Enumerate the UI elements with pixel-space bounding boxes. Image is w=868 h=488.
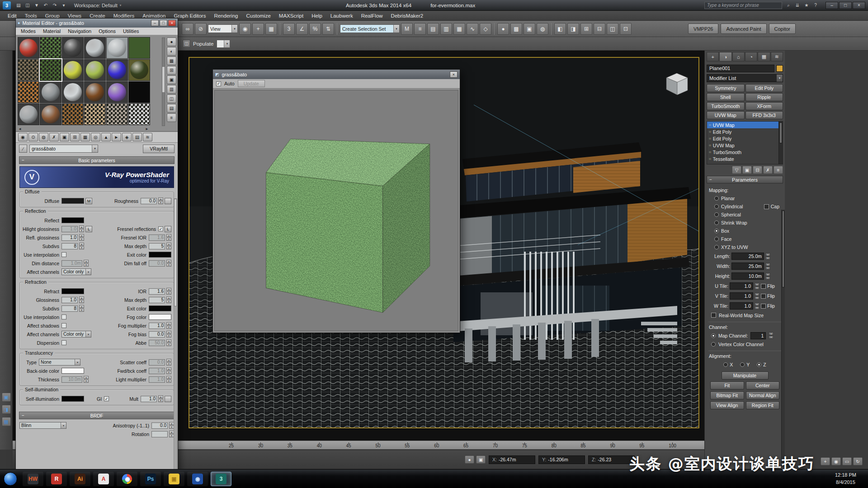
dim-distance-field[interactable]: 1.0m bbox=[61, 260, 82, 267]
spin-down-icon[interactable]: ▾ bbox=[765, 257, 770, 260]
taskbar-app-cpuz[interactable]: R bbox=[46, 472, 67, 486]
taskbar-app-explorer[interactable]: ▣ bbox=[164, 472, 184, 486]
ior-spinner[interactable]: ▴▾ bbox=[166, 288, 171, 295]
spin-down-icon[interactable]: ▾ bbox=[769, 336, 774, 339]
mirror-icon[interactable]: M bbox=[401, 23, 413, 35]
modifier-button-shell[interactable]: Shell bbox=[707, 93, 745, 101]
render-setup-icon[interactable]: ▩ bbox=[510, 23, 522, 35]
layer-explorer-icon[interactable]: ◨ bbox=[567, 23, 579, 35]
menu-help[interactable]: Help bbox=[307, 11, 326, 20]
spin-up-icon[interactable]: ▴ bbox=[755, 283, 760, 286]
fresnel-lock-button[interactable]: L bbox=[165, 226, 171, 232]
abbe-spinner[interactable]: ▴▾ bbox=[166, 339, 171, 346]
spin-down-icon[interactable]: ▾ bbox=[84, 380, 89, 383]
material-sample-11[interactable] bbox=[106, 59, 128, 81]
spin-up-icon[interactable]: ▴ bbox=[166, 260, 171, 263]
refl-exit-color-swatch[interactable] bbox=[149, 252, 171, 258]
spin-up-icon[interactable]: ▴ bbox=[765, 253, 770, 256]
map-channel-spinner[interactable]: ▴▾ bbox=[769, 332, 774, 339]
spin-up-icon[interactable]: ▴ bbox=[166, 331, 171, 334]
refl-glossiness-field[interactable]: 1.0 bbox=[61, 235, 78, 241]
spin-down-icon[interactable]: ▾ bbox=[166, 300, 171, 303]
refl-gloss-spinner[interactable]: ▴▾ bbox=[79, 234, 84, 241]
refr-use-interpolation-checkbox[interactable] bbox=[61, 314, 66, 319]
map-channel-radio[interactable] bbox=[711, 333, 716, 338]
roughness-spinner[interactable]: ▴▾ bbox=[158, 197, 163, 204]
spin-up-icon[interactable]: ▴ bbox=[158, 197, 163, 201]
radio-icon[interactable] bbox=[714, 221, 719, 225]
refr-subdivs-spinner[interactable]: ▴▾ bbox=[79, 305, 84, 312]
button-region-fit[interactable]: Region Fit bbox=[746, 401, 780, 409]
real-world-map-size-checkbox[interactable] bbox=[711, 313, 716, 318]
radio-icon[interactable] bbox=[714, 237, 719, 241]
spin-up-icon[interactable]: ▴ bbox=[84, 376, 89, 379]
material-sample-23[interactable] bbox=[106, 103, 128, 125]
spin-up-icon[interactable]: ▴ bbox=[166, 322, 171, 325]
material-editor-scrollbar[interactable] bbox=[174, 198, 177, 470]
tab-display[interactable]: ▦ bbox=[758, 52, 770, 61]
spin-down-icon[interactable]: ▾ bbox=[166, 291, 171, 295]
save-file-icon[interactable]: ▼ bbox=[33, 2, 41, 9]
translucency-type-dropdown[interactable]: None▾ bbox=[39, 359, 80, 366]
axis-radio-z[interactable] bbox=[757, 362, 761, 367]
panel-scrollbar[interactable] bbox=[781, 210, 785, 466]
reference-coordinate-dropdown[interactable]: View▾ bbox=[208, 24, 238, 33]
open-file-icon[interactable]: ◫ bbox=[24, 2, 32, 9]
generate-preview-icon[interactable]: ▥ bbox=[167, 85, 176, 94]
spin-up-icon[interactable]: ▴ bbox=[755, 303, 760, 306]
map-channel-field[interactable]: 1 bbox=[750, 332, 766, 339]
button-normal-align[interactable]: Normal Align bbox=[746, 391, 780, 399]
mapping-option-spherical[interactable]: Spherical bbox=[708, 211, 782, 219]
scene-explorer-icon[interactable]: ▥ bbox=[440, 23, 452, 35]
roughness-field[interactable]: 0.0 bbox=[141, 198, 157, 204]
spin-up-icon[interactable]: ▴ bbox=[79, 305, 84, 308]
preview-title-bar[interactable]: ◩ grass&bato × bbox=[213, 70, 460, 79]
background-icon[interactable]: ▦ bbox=[167, 56, 176, 65]
select-and-link-icon[interactable]: ∞ bbox=[182, 23, 193, 35]
radio-icon[interactable] bbox=[714, 229, 719, 233]
v-tile-spinner[interactable]: ▴▾ bbox=[755, 293, 760, 300]
layer-manager-icon[interactable]: ▤ bbox=[427, 23, 439, 35]
brdf-rollout[interactable]: −BRDF bbox=[19, 412, 175, 419]
refr-gloss-spinner[interactable]: ▴▾ bbox=[79, 296, 84, 303]
me-close-button[interactable]: × bbox=[168, 20, 176, 26]
radio-icon[interactable] bbox=[714, 212, 719, 217]
refl-subdivs-spinner[interactable]: ▴▾ bbox=[79, 243, 84, 249]
navigator-icon[interactable]: ≋ bbox=[143, 133, 152, 141]
populate-tab[interactable]: ◫ Populate bbox=[183, 40, 213, 47]
spin-up-icon[interactable]: ▴ bbox=[166, 288, 171, 291]
modifier-enabled-icon[interactable]: ○ bbox=[709, 123, 711, 127]
diffuse-color-swatch[interactable] bbox=[61, 198, 84, 204]
spin-down-icon[interactable]: ▾ bbox=[79, 229, 84, 232]
dim-falloff-field[interactable]: 0.0 bbox=[149, 260, 165, 267]
maxscript-icon[interactable]: ⊡ bbox=[620, 23, 632, 35]
me-menu-modes[interactable]: Modes bbox=[17, 28, 39, 34]
new-scene-icon[interactable]: ▤ bbox=[14, 2, 23, 9]
curve-editor-icon[interactable]: ∿ bbox=[467, 23, 478, 35]
sample-tiling-icon[interactable]: ⊞ bbox=[167, 66, 176, 75]
modifier-stack-item-uvw-map[interactable]: ○UVW Map bbox=[707, 142, 783, 149]
search-input[interactable]: Type a keyword or phrase bbox=[704, 2, 782, 9]
fog-mult-spinner[interactable]: ▴▾ bbox=[166, 322, 171, 329]
modifier-button-uvw-map[interactable]: UVW Map bbox=[707, 111, 745, 119]
show-end-result-icon[interactable]: ▣ bbox=[742, 166, 752, 174]
scroll-right-icon[interactable]: ► bbox=[145, 127, 149, 131]
fog-multiplier-field[interactable]: 1.0 bbox=[149, 323, 165, 329]
button-bitmap-fit[interactable]: Bitmap Fit bbox=[710, 391, 744, 399]
toolbar-button-vmpp26[interactable]: VMPP26 bbox=[688, 23, 718, 34]
modifier-enabled-icon[interactable]: ○ bbox=[709, 136, 711, 141]
me-menu-material[interactable]: Material bbox=[39, 28, 64, 34]
taskbar-clock[interactable]: 12:18 PM 8/4/2015 bbox=[835, 472, 864, 486]
percent-snap-icon[interactable]: % bbox=[309, 23, 321, 35]
material-sample-1[interactable] bbox=[18, 37, 39, 59]
material-editor-icon[interactable]: ● bbox=[497, 23, 509, 35]
height-spinner[interactable]: ▴▾ bbox=[765, 273, 770, 280]
material-sample-6[interactable] bbox=[128, 37, 150, 59]
material-sample-18[interactable] bbox=[128, 81, 150, 103]
material-sample-8[interactable] bbox=[40, 59, 61, 81]
redo-icon[interactable]: ↷ bbox=[51, 2, 59, 9]
refr-max-depth-field[interactable]: 5 bbox=[149, 297, 165, 303]
modifier-button-turbosmooth[interactable]: TurboSmooth bbox=[707, 102, 745, 110]
button-center[interactable]: Center bbox=[746, 381, 780, 389]
tab-create[interactable]: + bbox=[707, 52, 719, 61]
